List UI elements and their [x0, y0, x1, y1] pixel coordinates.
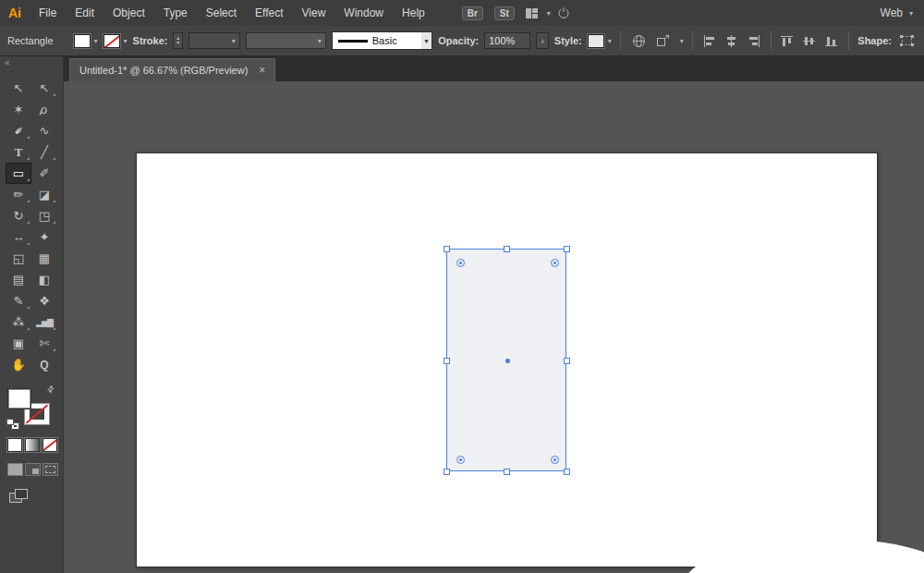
- menu-window[interactable]: Window: [334, 0, 393, 26]
- menu-object[interactable]: Object: [103, 0, 154, 26]
- stroke-weight-stepper[interactable]: ▴ ▾: [173, 32, 183, 49]
- arrange-documents-icon[interactable]: [525, 7, 539, 19]
- blend-tool[interactable]: ❖: [31, 290, 57, 311]
- fill-swatch-icon[interactable]: [74, 34, 91, 48]
- column-graph-tool[interactable]: ▂▅▇: [31, 311, 57, 333]
- slice-tool[interactable]: ✄: [31, 333, 57, 354]
- menu-type[interactable]: Type: [154, 0, 197, 26]
- bridge-button[interactable]: Br: [462, 6, 483, 20]
- chevron-down-icon[interactable]: ▾: [608, 37, 612, 45]
- paintbrush-tool[interactable]: ✐: [31, 163, 57, 184]
- selection-center-point[interactable]: [505, 359, 510, 363]
- close-tab-icon[interactable]: ×: [259, 64, 265, 77]
- live-corner-widget[interactable]: [551, 456, 559, 464]
- color-mode-button[interactable]: [7, 438, 22, 452]
- rotate-tool[interactable]: ↻: [6, 205, 31, 226]
- selection-handle[interactable]: [504, 469, 510, 475]
- symbol-sprayer-tool[interactable]: ⁂: [6, 311, 31, 333]
- globe-icon[interactable]: [629, 34, 649, 48]
- rectangle-tool[interactable]: ▭: [6, 163, 31, 184]
- magic-wand-tool[interactable]: ✶: [6, 99, 31, 120]
- draw-behind-button[interactable]: [25, 463, 41, 476]
- canvas-area[interactable]: [63, 81, 924, 573]
- brush-definition-select[interactable]: ▾: [246, 32, 326, 49]
- scale-tool[interactable]: ◳: [31, 205, 57, 226]
- chevron-down-icon[interactable]: ▾: [318, 37, 322, 45]
- stroke-weight-select[interactable]: ▾: [188, 32, 240, 49]
- shape-builder-tool[interactable]: ◱: [6, 248, 31, 269]
- default-colors-icon[interactable]: [6, 419, 18, 429]
- width-tool[interactable]: ↔: [6, 226, 31, 248]
- opacity-panel-arrow[interactable]: ›: [536, 32, 548, 49]
- align-left-icon[interactable]: [701, 35, 718, 47]
- selection-handle[interactable]: [564, 469, 570, 475]
- selection-handle[interactable]: [444, 469, 450, 475]
- eraser-tool[interactable]: ◪: [31, 184, 57, 205]
- chevron-down-icon[interactable]: ▾: [680, 37, 684, 45]
- line-segment-tool[interactable]: ╱: [31, 141, 57, 163]
- mesh-tool[interactable]: ▤: [6, 269, 31, 290]
- fill-color-control[interactable]: ▾: [74, 34, 98, 48]
- menu-edit[interactable]: Edit: [66, 0, 103, 26]
- swap-colors-icon[interactable]: ⇄: [45, 384, 56, 395]
- selection-handle[interactable]: [564, 358, 570, 364]
- chevron-down-icon[interactable]: ▾: [547, 9, 551, 18]
- menu-view[interactable]: View: [293, 0, 335, 26]
- selection-tool[interactable]: ↖: [6, 78, 31, 99]
- opacity-input[interactable]: 100%: [484, 32, 530, 49]
- document-tab[interactable]: Untitled-1* @ 66.67% (RGB/Preview) ×: [69, 58, 275, 81]
- align-middle-v-icon[interactable]: [801, 35, 818, 47]
- stroke-color-control[interactable]: ▾: [103, 34, 128, 48]
- chevron-down-icon[interactable]: ▾: [124, 37, 128, 45]
- stock-button[interactable]: St: [494, 6, 515, 20]
- chevron-down-icon[interactable]: ▾: [94, 37, 98, 45]
- align-right-icon[interactable]: [746, 35, 762, 47]
- menu-help[interactable]: Help: [393, 0, 434, 26]
- style-swatch-icon[interactable]: [588, 34, 604, 48]
- collapse-panel-icon[interactable]: «: [0, 55, 63, 74]
- free-transform-tool[interactable]: ✦: [31, 226, 57, 248]
- live-corner-widget[interactable]: [456, 456, 465, 464]
- live-corner-widget[interactable]: [551, 259, 559, 267]
- chevron-down-icon[interactable]: ▾: [232, 37, 236, 45]
- fill-swatch[interactable]: [8, 389, 30, 408]
- touch-workspace-icon[interactable]: [557, 6, 570, 19]
- hand-tool[interactable]: ✋: [6, 354, 31, 375]
- chevron-down-icon[interactable]: ▾: [421, 31, 432, 50]
- selection-handle[interactable]: [504, 246, 510, 252]
- align-center-h-icon[interactable]: [723, 35, 740, 47]
- screen-mode-button[interactable]: [9, 489, 28, 503]
- menu-select[interactable]: Select: [197, 0, 246, 26]
- zoom-tool[interactable]: Q: [31, 354, 57, 375]
- pen-tool[interactable]: ✒: [6, 120, 31, 141]
- spinner-down-icon[interactable]: ▾: [176, 41, 179, 45]
- transform-menu-icon[interactable]: [654, 34, 673, 47]
- none-mode-button[interactable]: [43, 438, 57, 452]
- selected-rectangle[interactable]: [446, 249, 566, 471]
- workspace-switcher[interactable]: Web ▾: [881, 6, 924, 19]
- align-top-icon[interactable]: [779, 35, 796, 47]
- artboard-tool[interactable]: ▣: [6, 333, 31, 354]
- perspective-grid-tool[interactable]: ▦: [31, 248, 57, 269]
- pencil-tool[interactable]: ✏: [6, 184, 31, 205]
- graphic-style-control[interactable]: ▾: [588, 34, 612, 48]
- lasso-tool[interactable]: ρ: [31, 99, 57, 120]
- shape-widget-icon[interactable]: [897, 34, 917, 47]
- selection-handle[interactable]: [564, 246, 570, 252]
- live-corner-widget[interactable]: [456, 259, 465, 267]
- type-tool[interactable]: T: [6, 141, 31, 163]
- align-bottom-icon[interactable]: [823, 35, 840, 47]
- stroke-none-swatch-icon[interactable]: [103, 34, 120, 48]
- eyedropper-tool[interactable]: ✎: [6, 290, 31, 311]
- gradient-mode-button[interactable]: [25, 438, 40, 452]
- direct-selection-tool[interactable]: ↖: [31, 78, 57, 99]
- selection-handle[interactable]: [444, 358, 450, 364]
- draw-inside-button[interactable]: [43, 463, 58, 476]
- app-logo[interactable]: Ai: [0, 0, 30, 26]
- selection-handle[interactable]: [444, 246, 450, 252]
- stroke-style-select[interactable]: Basic: [332, 31, 422, 50]
- curvature-tool[interactable]: ∿: [31, 120, 57, 141]
- draw-normal-button[interactable]: [7, 463, 23, 476]
- gradient-tool[interactable]: ◧: [31, 269, 57, 290]
- menu-file[interactable]: File: [30, 0, 66, 26]
